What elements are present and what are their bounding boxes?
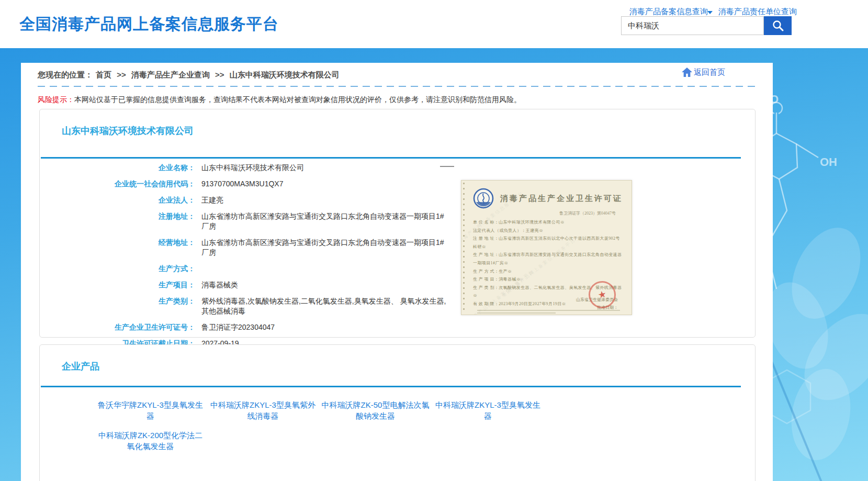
header: 全国消毒产品网上备案信息服务平台 消毒产品备案信息查询 消毒产品责任单位查询 — [0, 0, 868, 48]
field-value: 鲁卫消证字202304047 — [201, 322, 275, 332]
field-row: 企业统一社会信用代码：91370700MA3M3U1QX7 — [40, 179, 464, 189]
dropdown-caret-icon[interactable] — [707, 11, 713, 14]
field-label: 生产类别： — [40, 296, 195, 306]
field-value: 山东省潍坊市高新区潍安路与宝通街交叉路口东北角自动变速器一期项目1#厂房 — [201, 238, 447, 258]
field-value: 王建亮 — [201, 195, 223, 205]
certificate-line: 生 产 方 式：生产※ — [473, 267, 624, 276]
field-label: 经营地址： — [40, 238, 195, 248]
field-row: 生产项目：消毒器械类 — [40, 280, 464, 290]
hygiene-license-certificate-image: 全国消毒产品网上备案信息服务平台 全国消毒产品网上备案信息服务平台 全国消毒产品… — [461, 180, 632, 315]
company-fields: 企业名称：山东中科瑞沃环境技术有限公司 企业统一社会信用代码：91370700M… — [40, 163, 464, 355]
field-label: 生产方式： — [40, 264, 195, 274]
products-card: 企业产品 鲁沃华宇牌ZKYL-3型臭氧发生器 中科瑞沃牌ZKYL-3型臭氧紫外线… — [39, 344, 756, 481]
search-icon — [772, 19, 784, 32]
field-value: 91370700MA3M3U1QX7 — [201, 179, 283, 189]
search-input[interactable] — [621, 16, 764, 35]
field-label: 生产企业卫生许可证号： — [40, 322, 195, 332]
field-row: 注册地址：山东省潍坊市高新区潍安路与宝通街交叉路口东北角自动变速器一期项目1#厂… — [40, 211, 464, 231]
product-link[interactable]: 中科瑞沃牌ZKYL-3型臭氧紫外线消毒器 — [209, 399, 317, 421]
nav-link-responsible-unit-query[interactable]: 消毒产品责任单位查询 — [718, 7, 797, 17]
products-grid: 鲁沃华宇牌ZKYL-3型臭氧发生器 中科瑞沃牌ZKYL-3型臭氧紫外线消毒器 中… — [96, 399, 542, 452]
field-label: 注册地址： — [40, 211, 195, 221]
image-placeholder-dash — [440, 166, 454, 167]
card-title-divider — [41, 386, 741, 387]
back-home-label: 返回首页 — [694, 68, 725, 77]
home-icon — [681, 67, 693, 77]
breadcrumb-current-company: 山东中科瑞沃环境技术有限公司 — [230, 70, 340, 79]
health-commission-emblem-icon — [473, 188, 494, 209]
certificate-line: 单 位 名 称：山东中科瑞沃环境技术有限公司※ — [473, 218, 624, 227]
product-link[interactable]: 中科瑞沃牌ZK-200型化学法二氧化氯发生器 — [96, 430, 205, 452]
page: OH O 全国消毒产品网上备案信息服务平台 消毒产品备案信息查询 消毒产品责任单… — [0, 0, 868, 481]
risk-notice: 风险提示：本网站仅基于已掌握的信息提供查询服务，查询结果不代表本网站对被查询对象… — [38, 95, 521, 105]
field-value: 紫外线消毒器,次氯酸钠发生器,二氧化氯发生器,臭氧发生器、 臭氧水发生器,其他器… — [201, 296, 447, 316]
site-title: 全国消毒产品网上备案信息服务平台 — [19, 14, 279, 35]
field-row: 生产企业卫生许可证号：鲁卫消证字202304047 — [40, 322, 464, 332]
field-row: 企业名称：山东中科瑞沃环境技术有限公司 — [40, 163, 464, 173]
field-row: 企业法人：王建亮 — [40, 195, 464, 205]
products-card-title: 企业产品 — [62, 360, 99, 373]
field-label: 企业名称： — [40, 163, 195, 173]
certificate-line: 法定代表人（或负责人）：王建亮※ — [473, 227, 624, 235]
field-value: 山东中科瑞沃环境技术有限公司 — [201, 163, 304, 173]
card-title-divider — [41, 157, 741, 159]
product-link[interactable]: 鲁沃华宇牌ZKYL-3型臭氧发生器 — [96, 399, 205, 421]
field-value: 山东省潍坊市高新区潍安路与宝通街交叉路口东北角自动变速器一期项目1#厂房 — [201, 211, 447, 231]
breadcrumb-enterprise-query[interactable]: 消毒产品生产企业查询 — [131, 70, 210, 79]
field-row: 生产类别：紫外线消毒器,次氯酸钠发生器,二氧化氯发生器,臭氧发生器、 臭氧水发生… — [40, 296, 464, 316]
breadcrumb-separator: >> — [117, 70, 126, 79]
breadcrumb: 您现在的位置：首页 >> 消毒产品生产企业查询 >> 山东中科瑞沃环境技术有限公… — [38, 70, 343, 80]
risk-notice-label: 风险提示： — [38, 95, 74, 104]
field-label: 生产项目： — [40, 280, 195, 290]
svg-text:OH: OH — [820, 155, 837, 169]
product-link[interactable]: 中科瑞沃牌ZK-50型电解法次氯酸钠发生器 — [321, 399, 430, 421]
breadcrumb-home[interactable]: 首页 — [96, 70, 111, 79]
nav-link-record-info-query[interactable]: 消毒产品备案信息查询 — [629, 7, 708, 17]
breadcrumb-prefix: 您现在的位置： — [38, 70, 93, 79]
back-home-link[interactable]: 返回首页 — [681, 67, 725, 77]
certificate-binding-holes — [463, 183, 465, 312]
content-container: 您现在的位置：首页 >> 消毒产品生产企业查询 >> 山东中科瑞沃环境技术有限公… — [21, 63, 773, 481]
dashed-divider — [38, 86, 756, 87]
field-label: 企业法人： — [40, 195, 195, 205]
certificate-line: 注 册 地 址：山东省潍坊高新区玉清东街以北中心次干道以西高新大厦902号科研※ — [473, 234, 624, 251]
breadcrumb-separator: >> — [215, 70, 224, 79]
field-row: 经营地址：山东省潍坊市高新区潍安路与宝通街交叉路口东北角自动变速器一期项目1#厂… — [40, 238, 464, 258]
company-card-title: 山东中科瑞沃环境技术有限公司 — [62, 125, 194, 137]
product-link[interactable]: 中科瑞沃牌ZKYL-3型臭氧发生器 — [434, 399, 542, 421]
field-label: 企业统一社会信用代码： — [40, 179, 195, 189]
risk-notice-text: 本网站仅基于已掌握的信息提供查询服务，查询结果不代表本网站对被查询对象信用状况的… — [74, 95, 521, 104]
company-info-card: 山东中科瑞沃环境技术有限公司 企业名称：山东中科瑞沃环境技术有限公司 企业统一社… — [39, 109, 756, 338]
field-value: 消毒器械类 — [201, 280, 238, 290]
field-row: 生产方式： — [40, 264, 464, 274]
search-button[interactable] — [764, 16, 792, 35]
